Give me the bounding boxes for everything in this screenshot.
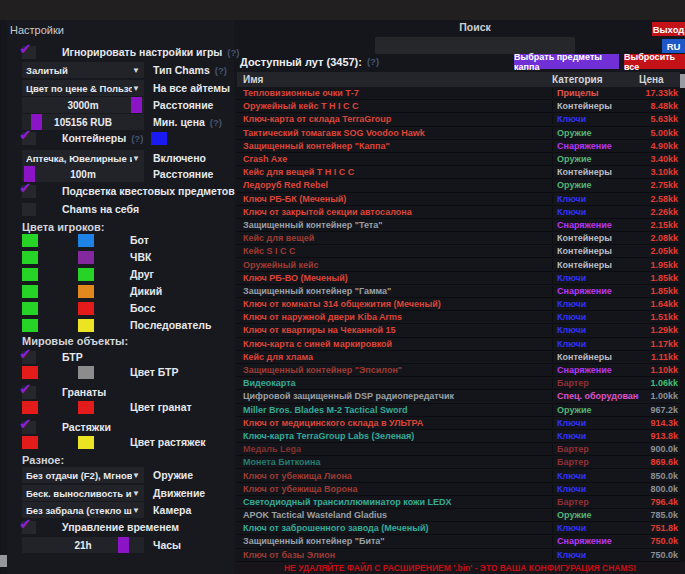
- slider-handle[interactable]: [131, 97, 142, 113]
- table-row[interactable]: Ключ от медицинского склада в УЛЬТРАКлюч…: [237, 417, 681, 430]
- help-icon[interactable]: (?): [227, 47, 239, 58]
- table-row[interactable]: Ключ от базы ЭлионКлючи750.0k: [237, 549, 681, 562]
- table-row[interactable]: Светодиодный трансиллюминатор кожи LEDXБ…: [237, 496, 681, 509]
- chams-self-checkbox[interactable]: [22, 203, 36, 216]
- table-row[interactable]: Защищенный контейнер "Гамма"Снаряжение1.…: [237, 285, 681, 298]
- item-category: Снаряжение: [552, 286, 639, 296]
- items-distance-slider[interactable]: 3000m: [22, 97, 144, 113]
- table-row[interactable]: Ключ от заброшенного завода (Меченый)Клю…: [237, 522, 681, 535]
- chams-type-dropdown[interactable]: Залитый ▼: [22, 62, 144, 78]
- quest-items-checkbox[interactable]: ✔: [22, 185, 36, 198]
- item-price: 913.8k: [639, 431, 681, 441]
- resize-grip[interactable]: [0, 555, 7, 567]
- grenades-checkbox[interactable]: ✔: [22, 386, 36, 399]
- color-swatch[interactable]: [78, 302, 94, 315]
- table-row[interactable]: Защищенный контейнер "Эпсилон"Снаряжение…: [237, 364, 681, 377]
- table-row[interactable]: Ключ-карта TerraGroup Labs (Зеленая)Ключ…: [237, 430, 681, 443]
- help-icon[interactable]: (?): [131, 133, 143, 144]
- table-row[interactable]: Монета БиткоинаБартер869.6k: [237, 456, 681, 469]
- color-swatch[interactable]: [78, 234, 94, 247]
- color-swatch[interactable]: [22, 436, 38, 449]
- item-category: Контейнеры: [552, 352, 639, 362]
- table-row[interactable]: Ключ РБ-БК (Меченый)Ключи2.58kk: [237, 193, 681, 206]
- table-row[interactable]: ВидеокартаБартер1.06kk: [237, 377, 681, 390]
- table-row[interactable]: Miller Bros. Blades M-2 Tactical SwordОр…: [237, 404, 681, 417]
- camera-dropdown[interactable]: Без забрала (стекло шлема) ▼: [22, 502, 144, 518]
- table-row[interactable]: Ключ от закрытой секции автосалонаКлючи2…: [237, 206, 681, 219]
- item-category: Ключи: [552, 299, 639, 309]
- column-header-category[interactable]: Категория: [552, 74, 639, 85]
- table-row[interactable]: Ключ от квартиры на Чеканной 15Ключи1.29…: [237, 324, 681, 337]
- drop-all-button[interactable]: Выбросить все: [624, 54, 685, 69]
- table-row[interactable]: Защищенный контейнер "Каппа"Снаряжение4.…: [237, 140, 681, 153]
- color-swatch[interactable]: [78, 436, 94, 449]
- color-swatch[interactable]: [78, 401, 94, 414]
- containers-color-swatch[interactable]: [151, 132, 167, 145]
- color-swatch[interactable]: [78, 285, 94, 298]
- table-row[interactable]: Тепловизионные очки Т-7Прицелы17.33kk: [237, 87, 681, 100]
- scrollbar-thumb[interactable]: [680, 74, 685, 88]
- table-row[interactable]: Ключ РБ-ВО (Меченый)Ключи1.85kk: [237, 272, 681, 285]
- table-row[interactable]: Защищенный контейнер "Тета"Снаряжение2.1…: [237, 219, 681, 232]
- tripwires-checkbox[interactable]: ✔: [22, 421, 36, 434]
- item-category: Снаряжение: [552, 220, 639, 230]
- color-swatch[interactable]: [22, 268, 38, 281]
- table-row[interactable]: Ледоруб Red RebelОружие2.75kk: [237, 179, 681, 192]
- time-control-checkbox[interactable]: ✔: [22, 521, 36, 534]
- table-row[interactable]: APOK Tactical Wasteland GladiusОружие785…: [237, 509, 681, 522]
- item-category: Спец. оборудование: [552, 391, 639, 401]
- color-swatch[interactable]: [22, 234, 38, 247]
- color-swatch[interactable]: [22, 319, 38, 332]
- table-row[interactable]: Кейс S I C CКонтейнеры2.05kk: [237, 245, 681, 258]
- table-row[interactable]: Crash AxeОружие3.40kk: [237, 153, 681, 166]
- help-icon[interactable]: (?): [367, 56, 379, 67]
- table-row[interactable]: Ключ-карта с синей маркировкойКлючи1.17k…: [237, 338, 681, 351]
- color-mode-dropdown[interactable]: Цвет по цене & Пользователы ▼: [22, 80, 144, 96]
- slider-handle[interactable]: [118, 537, 129, 553]
- table-row[interactable]: Кейс для вещей T H I C CКонтейнеры3.10kk: [237, 166, 681, 179]
- color-swatch[interactable]: [22, 302, 38, 315]
- item-name: Медаль Lega: [237, 444, 552, 454]
- slider-handle[interactable]: [31, 114, 42, 130]
- color-swatch[interactable]: [78, 251, 94, 264]
- column-header-price[interactable]: Цена: [639, 74, 681, 85]
- column-header-name[interactable]: Имя: [237, 74, 552, 85]
- table-scrollbar[interactable]: [680, 72, 685, 563]
- color-swatch[interactable]: [22, 401, 38, 414]
- table-row[interactable]: Ключ от комнаты 314 общежития (Меченый)К…: [237, 298, 681, 311]
- weapon-dropdown[interactable]: Без отдачи (F2), Мгновенное п ▼: [22, 467, 144, 483]
- help-icon[interactable]: (?): [215, 65, 227, 76]
- containers-checkbox[interactable]: ✔: [22, 132, 36, 145]
- table-row[interactable]: Кейс для вещейКонтейнеры2.08kk: [237, 232, 681, 245]
- table-row[interactable]: Цифровой защищенный DSP радиопередатчикС…: [237, 390, 681, 403]
- color-swatch[interactable]: [22, 251, 38, 264]
- table-row[interactable]: Защищенный контейнер "Бита"Снаряжение750…: [237, 535, 681, 548]
- select-kappa-items-button[interactable]: Выбрать предметы каппа: [514, 54, 619, 69]
- help-icon[interactable]: (?): [210, 117, 222, 128]
- table-row[interactable]: Оружейный кейс T H I C CКонтейнеры8.48kk: [237, 100, 681, 113]
- table-row[interactable]: Ключ от убежища ВоронаКлючи800.0k: [237, 483, 681, 496]
- table-row[interactable]: Медаль LegaБартер900.0k: [237, 443, 681, 456]
- ignore-game-settings-checkbox[interactable]: ✔: [22, 46, 36, 59]
- movement-dropdown[interactable]: Беск. выносливость и нет уста ▼: [22, 485, 144, 501]
- color-swatch[interactable]: [78, 366, 94, 379]
- camera-label: Камера: [153, 504, 191, 516]
- color-swatch[interactable]: [22, 366, 38, 379]
- table-row[interactable]: Ключ-карта от склада TerraGroupКлючи5.63…: [237, 113, 681, 126]
- window-titlebar[interactable]: [0, 0, 685, 20]
- containers-filter-dropdown[interactable]: Аптечка, Ювелирные и... ▼: [22, 150, 144, 166]
- btr-checkbox[interactable]: ✔: [22, 351, 36, 364]
- hours-slider[interactable]: 21h: [22, 537, 144, 553]
- table-row[interactable]: Тактический томагавк SOG Voodoo HawkОруж…: [237, 127, 681, 140]
- min-price-slider[interactable]: 105156 RUB: [22, 114, 144, 130]
- color-swatch[interactable]: [78, 268, 94, 281]
- exit-button[interactable]: Выход: [652, 22, 685, 36]
- table-row[interactable]: Ключ от наружной двери Kiba ArmsКлючи1.5…: [237, 311, 681, 324]
- table-row[interactable]: Оружейный кейсКонтейнеры1.95kk: [237, 258, 681, 271]
- table-row[interactable]: Ключ от убежища ЛионаКлючи850.0k: [237, 469, 681, 482]
- color-swatch[interactable]: [22, 285, 38, 298]
- color-swatch[interactable]: [78, 319, 94, 332]
- containers-distance-slider[interactable]: 100m: [22, 166, 144, 182]
- item-price: 914.3k: [639, 418, 681, 428]
- table-row[interactable]: Кейс для хламаКонтейнеры1.11kk: [237, 351, 681, 364]
